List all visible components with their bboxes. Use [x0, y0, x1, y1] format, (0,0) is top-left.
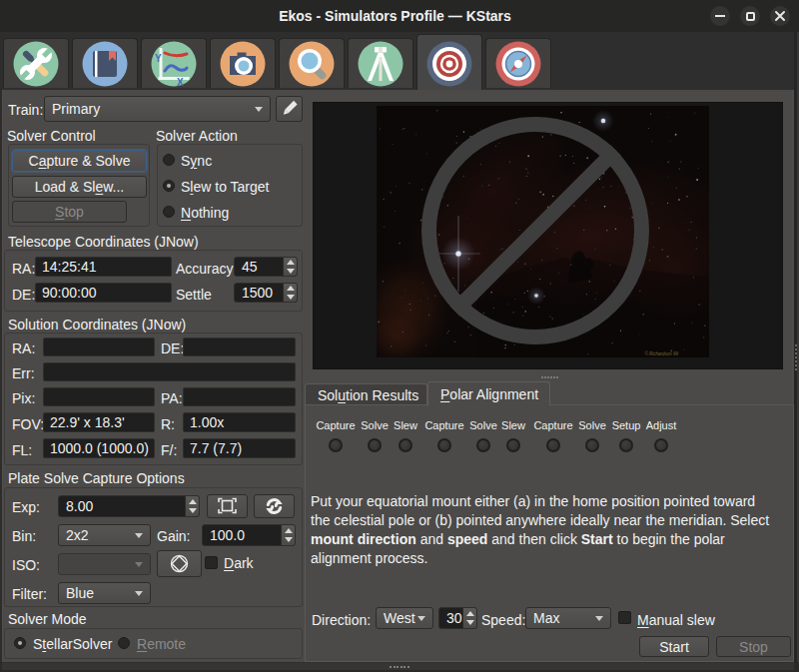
svg-text:© Richardson 99: © Richardson 99 — [644, 350, 678, 356]
svg-text:Y: Y — [155, 53, 162, 64]
svg-text:X: X — [177, 77, 184, 88]
